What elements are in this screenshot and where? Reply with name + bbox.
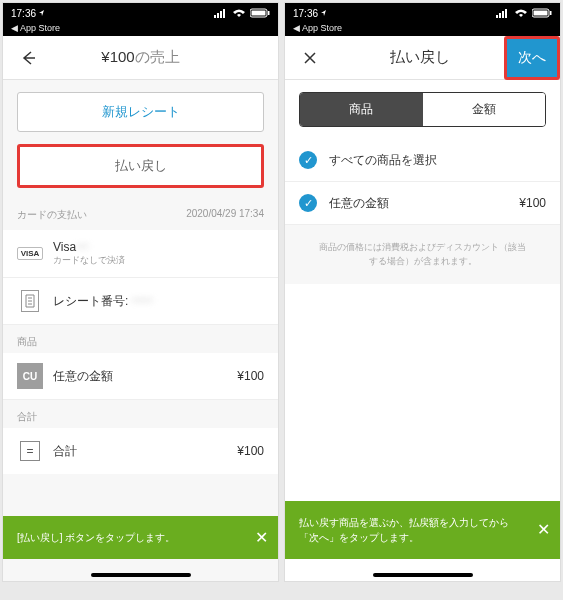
arrow-left-icon [19, 49, 37, 67]
signal-icon [214, 9, 228, 18]
total-header: 合計 [3, 400, 278, 428]
status-time: 17:36 [11, 8, 36, 19]
instruction-toast: [払い戻し] ボタンをタップします。 ✕ [3, 516, 278, 559]
cu-icon: CU [17, 363, 43, 389]
instruction-toast: 払い戻す商品を選ぶか、払戻額を入力してから「次へ」をタップします。 ✕ [285, 501, 560, 559]
svg-rect-6 [268, 11, 270, 15]
close-icon [301, 49, 319, 67]
home-indicator[interactable] [373, 573, 473, 577]
svg-rect-12 [534, 11, 548, 16]
toast-close-button[interactable]: ✕ [537, 518, 550, 542]
phone-right: 17:36 ◀ App Store 払い戻し 次へ 商品 金額 [284, 2, 561, 582]
page-title: ¥100の売上 [53, 48, 228, 67]
segment-items[interactable]: 商品 [300, 93, 423, 126]
svg-rect-3 [223, 9, 225, 18]
custom-amount-row[interactable]: ✓ 任意の金額 ¥100 [285, 182, 560, 225]
payment-card-row[interactable]: VISA Visa••• カードなしで決済 [3, 230, 278, 278]
status-bar: 17:36 [285, 3, 560, 23]
svg-rect-5 [252, 11, 266, 16]
back-app-store[interactable]: ◀ App Store [11, 23, 60, 33]
battery-icon [532, 8, 552, 18]
payment-section-header: カードの支払い 2020/04/29 17:34 [3, 200, 278, 230]
next-button[interactable]: 次へ [504, 36, 560, 80]
refund-button[interactable]: 払い戻し [17, 144, 264, 188]
segment-control: 商品 金額 [299, 92, 546, 127]
battery-icon [250, 8, 270, 18]
svg-rect-10 [505, 9, 507, 18]
svg-rect-1 [217, 13, 219, 18]
status-time: 17:36 [293, 8, 318, 19]
nav-bar: ¥100の売上 [3, 36, 278, 80]
close-button[interactable] [285, 49, 335, 67]
wifi-icon [232, 9, 246, 18]
select-all-row[interactable]: ✓ すべての商品を選択 [285, 139, 560, 182]
home-indicator[interactable] [91, 573, 191, 577]
toast-close-button[interactable]: ✕ [255, 526, 268, 550]
svg-rect-0 [214, 15, 216, 18]
svg-rect-9 [502, 11, 504, 18]
svg-rect-13 [550, 11, 552, 15]
svg-rect-2 [220, 11, 222, 18]
equals-icon: = [20, 441, 40, 461]
price-hint-text: 商品の価格には消費税およびディスカウント（該当する場合）が含まれます。 [285, 225, 560, 284]
check-icon: ✓ [299, 194, 317, 212]
location-icon [38, 9, 46, 17]
location-icon [320, 9, 328, 17]
new-receipt-button[interactable]: 新規レシート [17, 92, 264, 132]
phone-left: 17:36 ◀ App Store ¥100の売上 新規レシート 払い戻し [2, 2, 279, 582]
segment-amount[interactable]: 金額 [423, 93, 546, 126]
status-bar: 17:36 [3, 3, 278, 23]
svg-rect-8 [499, 13, 501, 18]
visa-icon: VISA [17, 247, 44, 260]
total-row: = 合計 ¥100 [3, 428, 278, 474]
back-button[interactable] [3, 49, 53, 67]
signal-icon [496, 9, 510, 18]
back-app-store[interactable]: ◀ App Store [293, 23, 342, 33]
item-row[interactable]: CU 任意の金額 ¥100 [3, 353, 278, 400]
nav-bar: 払い戻し 次へ [285, 36, 560, 80]
check-icon: ✓ [299, 151, 317, 169]
receipt-number-row[interactable]: レシート番号: ••••• [3, 278, 278, 325]
svg-rect-7 [496, 15, 498, 18]
wifi-icon [514, 9, 528, 18]
page-title: 払い戻し [335, 48, 504, 67]
receipt-icon [21, 290, 39, 312]
items-header: 商品 [3, 325, 278, 353]
